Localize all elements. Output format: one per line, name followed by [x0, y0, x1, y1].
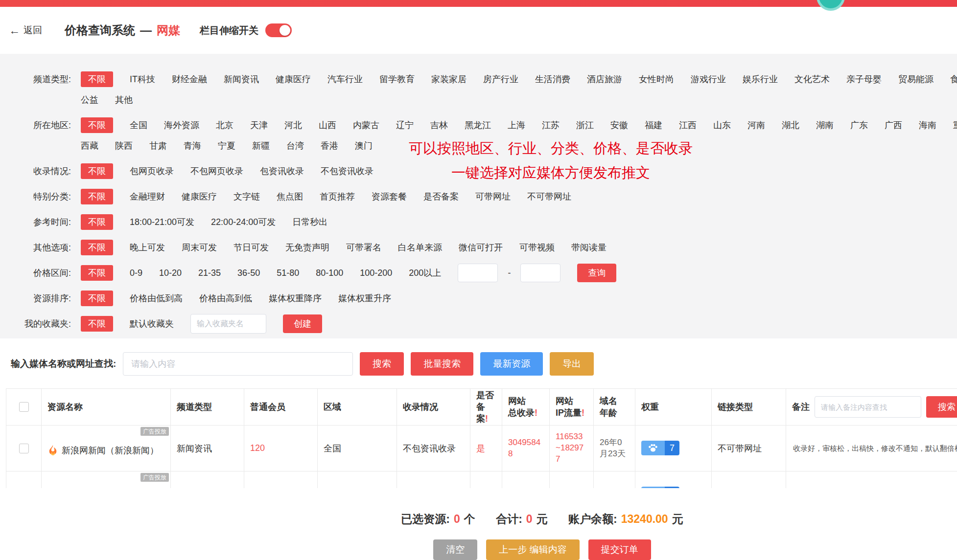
filter-chip-unlimited[interactable]: 不限: [81, 291, 113, 306]
filter-chip-unlimited[interactable]: 不限: [81, 265, 113, 281]
filter-option[interactable]: 北京: [216, 119, 233, 131]
filter-option[interactable]: 西藏: [81, 140, 98, 152]
filter-option[interactable]: 游戏行业: [691, 73, 726, 85]
price-min-input[interactable]: [458, 264, 498, 282]
filter-option[interactable]: 微信可打开: [459, 242, 503, 253]
filter-option[interactable]: 21-35: [198, 268, 221, 278]
filter-option[interactable]: 可带网址: [475, 191, 511, 202]
filter-option[interactable]: 台湾: [286, 140, 304, 152]
filter-option[interactable]: 山西: [319, 119, 336, 131]
filter-option[interactable]: 女性时尚: [639, 73, 674, 85]
filter-option[interactable]: 青海: [184, 140, 201, 152]
filter-option[interactable]: 价格由低到高: [130, 292, 183, 304]
filter-option[interactable]: 酒店旅游: [587, 73, 622, 85]
remark-search-button[interactable]: 搜索: [926, 396, 957, 418]
filter-option[interactable]: 贸易能源: [898, 73, 934, 85]
filter-option[interactable]: 文化艺术: [794, 73, 830, 85]
filter-option[interactable]: 辽宁: [396, 119, 414, 131]
filter-option[interactable]: 海南: [919, 119, 936, 131]
filter-option[interactable]: 首页推荐: [320, 191, 355, 202]
filter-option[interactable]: 亲子母婴: [846, 73, 882, 85]
filter-option[interactable]: 周末可发: [182, 242, 217, 253]
resource-name-text[interactable]: 新浪网新闻（新浪新闻）: [62, 445, 159, 456]
price-query-button[interactable]: 查询: [577, 264, 616, 282]
filter-chip-unlimited[interactable]: 不限: [81, 240, 113, 255]
filter-option[interactable]: 新疆: [252, 140, 270, 152]
filter-option[interactable]: 重庆: [953, 119, 957, 131]
create-favorite-button[interactable]: 创建: [283, 314, 322, 333]
filter-option[interactable]: 新闻资讯: [224, 73, 259, 85]
back-button[interactable]: ← 返回: [9, 24, 42, 37]
filter-option[interactable]: 其他: [115, 94, 133, 106]
filter-option[interactable]: 80-100: [316, 268, 343, 278]
filter-option[interactable]: 天津: [250, 119, 268, 131]
filter-option[interactable]: 广西: [885, 119, 902, 131]
filter-chip-unlimited[interactable]: 不限: [81, 214, 113, 230]
batch-search-button[interactable]: 批量搜索: [411, 352, 473, 376]
filter-option[interactable]: IT科技: [130, 73, 155, 85]
filter-option[interactable]: 18:00-21:00可发: [130, 216, 194, 228]
filter-option[interactable]: 10-20: [159, 268, 182, 278]
filter-option[interactable]: 51-80: [277, 268, 299, 278]
filter-option[interactable]: 香港: [321, 140, 338, 152]
filter-option[interactable]: 默认收藏夹: [130, 318, 174, 330]
remark-search-input[interactable]: [815, 396, 921, 418]
filter-chip-unlimited[interactable]: 不限: [81, 163, 113, 179]
media-search-input[interactable]: [123, 352, 353, 376]
filter-option[interactable]: 家装家居: [431, 73, 467, 85]
filter-option[interactable]: 焦点图: [277, 191, 303, 202]
filter-option[interactable]: 健康医疗: [182, 191, 217, 202]
row-checkbox[interactable]: [19, 444, 29, 453]
filter-option[interactable]: 黑龙江: [465, 119, 491, 131]
filter-option[interactable]: 河南: [747, 119, 765, 131]
clear-button[interactable]: 清空: [433, 539, 477, 560]
filter-option[interactable]: 留学教育: [379, 73, 415, 85]
filter-option[interactable]: 吉林: [430, 119, 448, 131]
filter-option[interactable]: 价格由高到低: [199, 292, 252, 304]
filter-option[interactable]: 汽车行业: [327, 73, 363, 85]
filter-chip-unlimited[interactable]: 不限: [81, 71, 113, 87]
filter-option[interactable]: 媒体权重降序: [269, 292, 322, 304]
filter-option[interactable]: 白名单来源: [398, 242, 442, 253]
filter-option[interactable]: 生活消费: [535, 73, 570, 85]
filter-option[interactable]: 可带署名: [346, 242, 381, 253]
filter-option[interactable]: 节日可发: [233, 242, 269, 253]
filter-option[interactable]: 媒体权重升序: [338, 292, 391, 304]
filter-option[interactable]: 甘肃: [149, 140, 167, 152]
export-button[interactable]: 导出: [550, 352, 594, 376]
filter-option[interactable]: 全国: [130, 119, 147, 131]
filter-option[interactable]: 文字链: [233, 191, 260, 202]
filter-option[interactable]: 晚上可发: [130, 242, 165, 253]
filter-option[interactable]: 娱乐行业: [743, 73, 778, 85]
column-collapse-toggle[interactable]: [265, 23, 292, 37]
filter-option[interactable]: 不可带网址: [527, 191, 571, 202]
submit-order-button[interactable]: 提交订单: [588, 539, 651, 560]
filter-option[interactable]: 包网页收录: [130, 165, 174, 177]
filter-option[interactable]: 内蒙古: [353, 119, 379, 131]
filter-option[interactable]: 福建: [645, 119, 662, 131]
filter-option[interactable]: 陕西: [115, 140, 133, 152]
filter-option[interactable]: 海外资源: [164, 119, 199, 131]
filter-option[interactable]: 健康医疗: [276, 73, 311, 85]
filter-option[interactable]: 带阅读量: [571, 242, 607, 253]
filter-option[interactable]: 湖北: [782, 119, 799, 131]
filter-option[interactable]: 可带视频: [519, 242, 555, 253]
filter-option[interactable]: 200以上: [409, 267, 441, 279]
filter-option[interactable]: 安徽: [610, 119, 628, 131]
filter-option[interactable]: 金融理财: [130, 191, 165, 202]
filter-option[interactable]: 公益: [81, 94, 98, 106]
select-all-checkbox[interactable]: [19, 402, 29, 412]
price-max-input[interactable]: [520, 264, 560, 282]
filter-option[interactable]: 上海: [508, 119, 525, 131]
filter-option[interactable]: 资源套餐: [372, 191, 407, 202]
filter-option[interactable]: 广东: [850, 119, 868, 131]
filter-option[interactable]: 浙江: [576, 119, 594, 131]
filter-option[interactable]: 100-200: [360, 268, 392, 278]
filter-option[interactable]: 日常秒出: [292, 216, 327, 228]
latest-resources-button[interactable]: 最新资源: [480, 352, 543, 376]
filter-option[interactable]: 22:00-24:00可发: [211, 216, 276, 228]
filter-option[interactable]: 房产行业: [483, 73, 518, 85]
favorite-name-input[interactable]: [190, 314, 266, 334]
previous-step-button[interactable]: 上一步 编辑内容: [486, 539, 579, 560]
filter-option[interactable]: 宁夏: [218, 140, 235, 152]
